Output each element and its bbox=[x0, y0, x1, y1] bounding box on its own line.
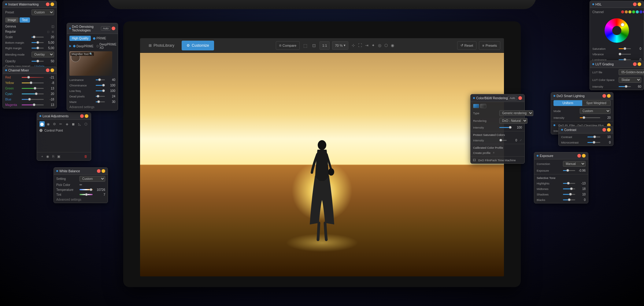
filmpack-link[interactable]: DxO FilmPack Time Machine bbox=[478, 158, 516, 162]
rendering-select[interactable]: DxO - Natural bbox=[499, 118, 527, 124]
deepprimexd-radio[interactable] bbox=[97, 45, 99, 47]
panel-min[interactable] bbox=[638, 62, 641, 66]
orange-dot[interactable] bbox=[625, 10, 628, 13]
right-margin-slider[interactable] bbox=[31, 46, 44, 50]
crop-icon[interactable]: ⛶ bbox=[357, 42, 363, 49]
panel-close[interactable] bbox=[602, 128, 606, 132]
cyan-dot[interactable] bbox=[636, 10, 639, 13]
intensity2-slider[interactable] bbox=[499, 138, 507, 142]
panel-close[interactable] bbox=[633, 2, 637, 6]
opacity-slider[interactable] bbox=[31, 59, 44, 63]
bottom-margin-slider[interactable] bbox=[31, 41, 44, 44]
panel-close[interactable] bbox=[97, 169, 101, 173]
eye-adj-btn[interactable]: ◉ bbox=[45, 154, 50, 159]
blue-slider[interactable] bbox=[22, 97, 44, 101]
intensity-slider[interactable] bbox=[499, 126, 512, 129]
color-swatch-blue[interactable] bbox=[473, 104, 479, 108]
auto-badge[interactable]: Auto bbox=[101, 26, 110, 31]
microcontrast-slider[interactable] bbox=[587, 140, 600, 144]
lut-intensity-slider[interactable] bbox=[619, 85, 631, 88]
gradient-tool[interactable]: ◈ bbox=[65, 121, 70, 127]
frame-btn[interactable]: ⬚ bbox=[302, 42, 309, 49]
scale-slider[interactable] bbox=[31, 35, 44, 39]
advanced-settings-link[interactable]: Advanced settings bbox=[69, 105, 94, 109]
panel-close[interactable] bbox=[46, 68, 50, 72]
type-select[interactable]: Generic rendering bbox=[499, 110, 533, 116]
low-freq-slider[interactable] bbox=[96, 89, 105, 93]
eye-tool[interactable]: ◉ bbox=[46, 121, 51, 127]
zoom-fit-btn[interactable]: ⊡ bbox=[311, 42, 317, 49]
tint-slider[interactable] bbox=[80, 193, 93, 196]
highlights-slider[interactable] bbox=[563, 181, 575, 185]
text-tab[interactable]: Text bbox=[20, 17, 30, 23]
repair-icon[interactable]: ✦ bbox=[371, 42, 376, 49]
high-quality-btn[interactable]: High Quality bbox=[69, 36, 91, 41]
color-swatch-dark[interactable] bbox=[480, 104, 486, 108]
reset-button[interactable]: ↺ Reset bbox=[457, 41, 477, 50]
saturation-slider[interactable] bbox=[619, 47, 631, 50]
watermark-icon[interactable]: ⬡ bbox=[383, 42, 389, 49]
panel-close[interactable] bbox=[602, 94, 606, 98]
green-dot[interactable] bbox=[632, 10, 635, 13]
panel-min[interactable] bbox=[50, 68, 54, 72]
horizon-icon[interactable]: ⇥ bbox=[364, 42, 369, 49]
preset-select[interactable]: Custom bbox=[31, 9, 54, 15]
panel-min[interactable] bbox=[607, 94, 611, 98]
cyan-slider[interactable] bbox=[22, 92, 44, 96]
panel-close[interactable] bbox=[46, 2, 50, 6]
panel-min[interactable] bbox=[607, 128, 611, 132]
panel-min[interactable] bbox=[50, 2, 54, 6]
panel-min[interactable] bbox=[582, 154, 586, 158]
image-tab[interactable]: Image bbox=[5, 17, 19, 23]
blending-select[interactable]: Overlay bbox=[31, 52, 54, 57]
contrast-slider[interactable] bbox=[587, 135, 600, 139]
panel-close[interactable] bbox=[518, 96, 522, 100]
panel-close[interactable] bbox=[633, 62, 637, 66]
temperature-slider[interactable] bbox=[80, 188, 93, 191]
add-point-btn[interactable]: + bbox=[39, 154, 45, 159]
panel-min[interactable] bbox=[638, 2, 641, 6]
intensity-sl-slider[interactable] bbox=[580, 116, 600, 119]
zoom-control[interactable]: 1:1 bbox=[320, 41, 330, 50]
panel-close[interactable] bbox=[80, 114, 84, 118]
panel-close[interactable] bbox=[112, 27, 115, 30]
red-dot[interactable] bbox=[621, 10, 624, 13]
eraser-tool[interactable]: ◺ bbox=[77, 121, 82, 127]
lasso-tool[interactable]: ⬡ bbox=[83, 121, 89, 127]
zoom-percent[interactable]: 70 % ▾ bbox=[332, 41, 348, 50]
green-slider[interactable] bbox=[22, 86, 44, 90]
pointer-icon[interactable]: ⊹ bbox=[351, 42, 356, 49]
spot-weighted-btn[interactable]: Spot Weighted bbox=[582, 100, 611, 106]
panel-close[interactable] bbox=[577, 154, 581, 158]
prime-radio[interactable] bbox=[93, 37, 95, 40]
vibrance-slider[interactable] bbox=[619, 52, 631, 56]
panel-min[interactable] bbox=[102, 169, 105, 173]
copy-adj-btn[interactable]: ⎘ bbox=[50, 154, 56, 159]
auto-badge[interactable]: Auto bbox=[508, 96, 517, 100]
dead-pixels-slider[interactable] bbox=[96, 94, 105, 98]
correction-select[interactable]: Manual bbox=[563, 161, 586, 167]
compare-button[interactable]: ⧈ Compare bbox=[276, 41, 300, 50]
advanced-settings-link[interactable]: Advanced settings bbox=[56, 198, 81, 201]
brush-tool2[interactable]: ✏ bbox=[58, 121, 64, 127]
deepprimes-radio[interactable] bbox=[73, 45, 76, 47]
red-slider[interactable] bbox=[22, 75, 44, 79]
shadows-slider[interactable] bbox=[563, 192, 575, 196]
yellow-slider[interactable] bbox=[22, 81, 44, 85]
color-wheel[interactable] bbox=[605, 18, 629, 43]
tab-photo-library[interactable]: ⊞ PhotoLibrary bbox=[144, 41, 179, 50]
yellow-dot[interactable] bbox=[628, 10, 631, 13]
exposure-slider[interactable] bbox=[563, 169, 575, 172]
tab-customize[interactable]: ⚙ Customize bbox=[182, 41, 214, 50]
delete-adj-btn[interactable]: 🗑 bbox=[83, 154, 88, 159]
setting-select[interactable]: Custom bbox=[80, 176, 105, 182]
eyedropper-icon[interactable]: ✏ bbox=[80, 183, 82, 187]
gear-tool[interactable]: ⚙ bbox=[52, 121, 57, 127]
mask-tool[interactable]: ◼ bbox=[71, 121, 76, 127]
brush-tool[interactable]: ⬤ bbox=[39, 121, 45, 127]
luminance-slider[interactable] bbox=[96, 78, 105, 82]
eye-icon[interactable]: ◉ bbox=[390, 42, 395, 49]
chrominance-slider[interactable] bbox=[96, 83, 105, 87]
create-profile-link[interactable]: Create profile bbox=[473, 151, 490, 155]
mode-select[interactable]: Custom bbox=[580, 108, 611, 114]
